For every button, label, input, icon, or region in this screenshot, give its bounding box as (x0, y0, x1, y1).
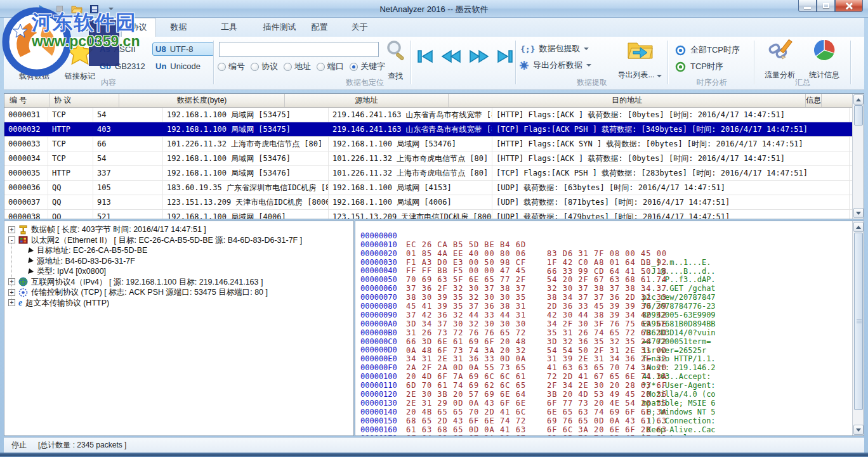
encoding-options: As ASCII U8 UTF-8 Gb GB2312 Un Unicode (96, 41, 214, 75)
statistics-button[interactable]: 统计信息 (803, 38, 845, 76)
tree-row-src-mac[interactable]: 源地址: B4-6D-83-D6-31-7F (4, 256, 353, 267)
column-header[interactable]: 目的地址 (449, 94, 806, 107)
packet-list-scrollbar[interactable] (852, 94, 864, 219)
expand-icon[interactable]: + (8, 278, 15, 285)
encoding-option[interactable]: Un Unicode (152, 60, 214, 73)
link-mark-button[interactable]: 链接标记 (63, 39, 96, 76)
qat-customize-button[interactable] (105, 3, 117, 15)
expand-icon[interactable]: + (8, 289, 15, 296)
hex-line: 00000150 61 63 68 65 0D 0A 41 63 63 65 7… (355, 408, 844, 417)
ribbon-tab[interactable]: 配置 (302, 18, 337, 37)
scrollbar-thumb[interactable] (854, 233, 863, 410)
column-header[interactable]: 编 号 (4, 94, 49, 107)
encoding-prefix-icon: Gb (100, 61, 111, 71)
ribbon-tab[interactable]: 数据 (161, 18, 196, 37)
table-row[interactable]: 0000034 TCP 54 192.168.1.100 局域网 [53476]… (4, 151, 864, 166)
scroll-down-button[interactable] (853, 425, 864, 435)
search-scope-radio[interactable]: 端口 (317, 61, 350, 72)
cell-destination: 123.151.13.209 天津市电信IDC机房 [8000] (329, 210, 492, 219)
encoding-label: ASCII (114, 44, 136, 54)
cell-number: 0000031 (4, 108, 48, 122)
cell-source: 123.151.13.209 天津市电信IDC机房 [8000] (163, 195, 329, 209)
table-row[interactable]: 0000031 TCP 54 192.168.1.100 局域网 [53475]… (4, 108, 864, 122)
ribbon-tab[interactable]: 关于 (342, 18, 377, 37)
tree-row-frame[interactable]: + 数据帧 [ 长度: 403字节 时间: 2016/4/17 14:47:51… (4, 224, 353, 235)
all-tcp-timing-label: 全部TCP时序 (690, 44, 740, 56)
window-title: NetAnalyzer 2016 -- 墨云软件 (0, 4, 868, 15)
search-scope-radio[interactable]: 协议 (251, 61, 284, 72)
encoding-option[interactable]: As ASCII (96, 42, 152, 56)
arrow-icon (28, 247, 34, 254)
cell-destination: 101.226.11.32 上海市奇虎电信节点 [80] (329, 151, 492, 165)
column-header[interactable]: 协 议 (49, 94, 119, 107)
tree-row-ethernet[interactable]: - 以太网2（Ethernet II） [ 目标: EC-26-CA-B5-5D… (4, 235, 353, 246)
packet-extract-button[interactable]: {;} 数据包提取 (520, 43, 589, 55)
hex-line: 00000080 37 42 36 32 44 33 44 31 34 2F 3… (355, 293, 844, 302)
tree-row-tcp[interactable]: + 传输控制协议 (TCP) [ 标志: ACK PSH 源端口: 53475 … (4, 287, 353, 298)
hex-line: 00000050 37 36 2F 32 30 37 38 37 38 34 3… (355, 267, 844, 276)
tree-row-ether-type[interactable]: 类型: IpV4 [0x0800] (4, 266, 353, 277)
scroll-up-button[interactable] (853, 94, 864, 105)
scroll-down-icon (856, 212, 861, 215)
hex-line: 00000030 FF FF BB F5 00 00 47 45 54 20 2… (355, 250, 844, 259)
all-tcp-timing-button[interactable]: 全部TCP时序 (675, 44, 740, 56)
group-separator (667, 41, 669, 84)
expand-icon[interactable]: + (8, 226, 15, 233)
chevron-down-icon (109, 8, 114, 10)
export-list-button[interactable]: 导出列表... (614, 38, 665, 76)
open-file-button[interactable] (71, 3, 82, 15)
ribbon-tab[interactable]: 工具 (201, 18, 257, 37)
table-row[interactable]: 0000035 HTTP 337 192.168.1.100 局域网 [5347… (4, 166, 864, 181)
tree-row-ipv4[interactable]: + 互联网协议4（IPv4） [ 源: 192.168.1.100 目标: 21… (4, 277, 353, 288)
column-header[interactable]: 源地址 (285, 94, 449, 107)
next-packet-button[interactable] (467, 47, 490, 66)
search-scope-radio[interactable]: 地址 (284, 61, 317, 72)
file-menu-button[interactable]: 文件 (25, 19, 64, 36)
previous-packet-button[interactable] (440, 47, 463, 66)
traffic-analysis-button[interactable]: 流量分析 (759, 38, 801, 76)
hex-line: 00000120 2E 31 29 0D 0A 43 6F 6E 6E 65 6… (355, 382, 844, 390)
last-packet-button[interactable] (494, 47, 516, 66)
tree-row-label: 互联网协议4（IPv4） [ 源: 192.168.1.100 目标: 219.… (31, 277, 263, 287)
expand-icon[interactable]: + (8, 299, 15, 306)
scroll-up-button[interactable] (853, 222, 864, 232)
hex-view-scrollbar[interactable] (852, 221, 864, 435)
column-header[interactable]: 数据长度(byte) (119, 94, 285, 107)
hex-line: 00000140 68 65 2D 43 6F 6E 74 72 6F 6C 3… (355, 399, 844, 408)
ribbon-tab[interactable]: 插件测试 (262, 18, 297, 37)
encoding-option[interactable]: Gb GB2312 (96, 60, 152, 73)
cell-length: 54 (93, 108, 163, 122)
encoding-option[interactable]: U8 UTF-8 (152, 42, 214, 56)
column-header[interactable]: 信息 (806, 94, 822, 107)
stop-capture-button[interactable] (54, 3, 65, 15)
search-scope-radio[interactable]: 编号 (218, 61, 251, 72)
export-analysis-button[interactable]: 导出分析数据 (519, 60, 591, 71)
ribbon-tab[interactable]: 协议 (121, 18, 156, 37)
find-button[interactable]: 查找 (382, 39, 409, 76)
scrollbar-thumb[interactable] (854, 105, 863, 126)
hex-line: 000000F0 20 4D 6F 7A 69 6C 6C 61 2F 34 2… (355, 355, 844, 364)
minimize-button[interactable] (798, 0, 817, 12)
start-capture-button[interactable] (37, 3, 48, 15)
gear-icon (519, 60, 529, 70)
maximize-button[interactable] (817, 0, 835, 12)
scroll-down-button[interactable] (853, 208, 864, 218)
radio-icon (284, 63, 292, 71)
table-row[interactable]: 0000036 QQ 105 183.60.19.35 广东省深圳市电信IDC机… (4, 181, 864, 195)
close-button[interactable] (835, 0, 863, 12)
tree-row-dest-mac[interactable]: 目标地址: EC-26-CA-B5-5D-BE (4, 245, 353, 256)
tree-row-http[interactable]: + e 超文本传输协议 (HTTP) (4, 298, 353, 309)
tree-row-label: 以太网2（Ethernet II） [ 目标: EC-26-CA-B5-5D-B… (31, 235, 302, 245)
table-row[interactable]: 0000032 HTTP 403 192.168.1.100 局域网 [5347… (4, 122, 864, 137)
search-input[interactable] (219, 42, 379, 57)
save-button[interactable] (88, 3, 100, 15)
tcp-timing-button[interactable]: TCP时序 (675, 61, 723, 72)
ribbon-tab[interactable]: 开始 (72, 18, 116, 37)
table-row[interactable]: 0000037 QQ 913 123.151.13.209 天津市电信IDC机房… (4, 195, 864, 210)
cell-source: 192.168.1.100 局域网 [53475] (163, 122, 329, 136)
first-packet-button[interactable] (414, 47, 437, 66)
table-row[interactable]: 0000038 QQ 521 192.168.1.100 局域网 [4006] … (4, 210, 864, 219)
payload-data-button[interactable]: 载荷数据 (6, 39, 62, 76)
table-row[interactable]: 0000033 TCP 66 101.226.11.32 上海市奇虎电信节点 [… (4, 137, 864, 151)
collapse-icon[interactable]: - (8, 236, 15, 243)
